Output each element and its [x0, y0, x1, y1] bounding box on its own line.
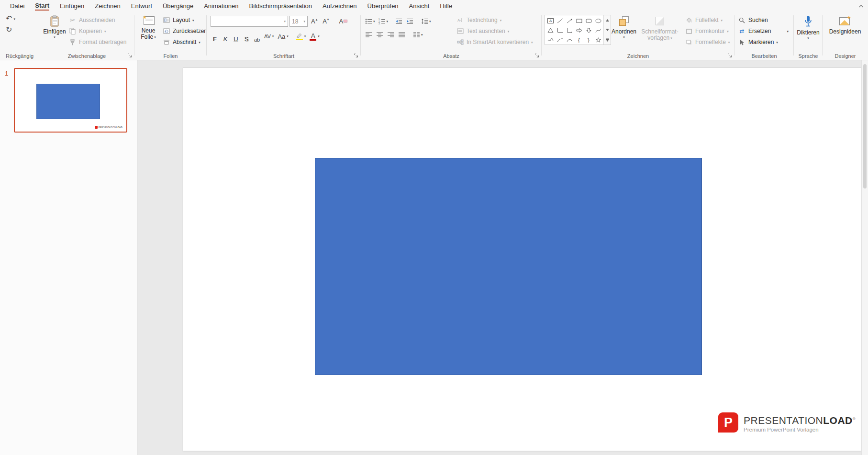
shape-textbox-icon[interactable]: A: [545, 16, 555, 25]
increase-indent-button[interactable]: [405, 16, 415, 26]
tab-zeichnen[interactable]: Zeichnen: [89, 0, 125, 12]
copy-button[interactable]: Kopieren ▾: [67, 26, 128, 36]
font-color-button[interactable]: A ▾: [308, 30, 322, 43]
scrollbar-thumb[interactable]: [863, 64, 867, 189]
columns-button[interactable]: ▾: [412, 30, 424, 39]
gallery-scroll-down-icon[interactable]: [604, 25, 611, 34]
drawing-dialog-launcher-icon[interactable]: [726, 52, 733, 58]
increase-font-size-button[interactable]: A ▴: [309, 16, 319, 27]
shape-elbow-arrow-connector-icon[interactable]: [565, 25, 574, 35]
gallery-more-icon[interactable]: [604, 35, 611, 44]
shape-rounded-rectangle-icon[interactable]: [584, 16, 593, 25]
presentationload-logo: P PRESENTATIONLOAD® Premium PowerPoint V…: [718, 412, 856, 433]
shape-oval-icon[interactable]: [593, 16, 603, 25]
format-painter-button[interactable]: Format übertragen: [67, 37, 128, 47]
text-shadow-button[interactable]: S: [241, 30, 252, 43]
font-size-input[interactable]: 18 ▾: [289, 16, 308, 27]
slide-1-thumbnail[interactable]: PRESENTATIONLOAD: [14, 68, 127, 133]
ribbon-collapse-icon[interactable]: [857, 2, 865, 11]
tab-datei[interactable]: Datei: [5, 0, 30, 12]
new-slide-button[interactable]: Neue Folie ▾: [137, 13, 159, 53]
shape-star-icon[interactable]: [593, 35, 603, 44]
clipboard-icon: [49, 15, 60, 27]
shape-arrow-icon[interactable]: [565, 16, 574, 25]
shape-fill-button[interactable]: Fülleffekt ▾: [683, 15, 731, 25]
vertical-scrollbar[interactable]: [861, 60, 868, 455]
shape-scribble-icon[interactable]: [545, 35, 555, 44]
shape-left-brace-icon[interactable]: {: [574, 35, 584, 44]
underline-button[interactable]: U: [231, 30, 241, 43]
strikethrough-button[interactable]: ab: [252, 30, 262, 43]
line-spacing-button[interactable]: ▾: [420, 16, 432, 26]
shape-triangle-icon[interactable]: [545, 25, 555, 35]
shape-rectangle-icon[interactable]: [574, 16, 584, 25]
align-center-button[interactable]: [375, 30, 385, 39]
dropdown-caret-icon: ▾: [192, 19, 194, 22]
replace-button[interactable]: ⇄ Ersetzen ▾: [736, 26, 790, 36]
bullets-button[interactable]: ▾: [364, 16, 376, 26]
redo-button[interactable]: ↻: [6, 26, 15, 33]
reset-button[interactable]: Zurücksetzen: [161, 26, 209, 36]
tab-animationen[interactable]: Animationen: [199, 0, 244, 12]
select-button[interactable]: Markieren ▾: [736, 37, 790, 47]
shape-block-arrow-right-icon[interactable]: [574, 25, 584, 35]
blue-rectangle-shape[interactable]: [315, 158, 702, 375]
undo-button[interactable]: ↶ ▾: [6, 15, 15, 22]
shape-curve-icon[interactable]: [565, 35, 574, 44]
clear-formatting-button[interactable]: A: [337, 16, 349, 27]
justify-button[interactable]: [397, 30, 407, 39]
shape-curved-connector-icon[interactable]: [593, 25, 603, 35]
character-spacing-button[interactable]: AV ▾: [262, 30, 276, 43]
shape-effects-button[interactable]: Formeffekte ▾: [683, 37, 731, 47]
clipboard-dialog-launcher-icon[interactable]: [126, 52, 133, 58]
columns-icon: [412, 31, 421, 38]
quick-styles-button[interactable]: Schnellformat- vorlagen ▾: [641, 13, 679, 53]
convert-to-smartart-button[interactable]: In SmartArt konvertieren ▾: [455, 37, 534, 47]
tab-ansicht[interactable]: Ansicht: [404, 0, 435, 12]
align-right-button[interactable]: [386, 30, 396, 39]
svg-text:}: }: [588, 37, 590, 43]
font-dialog-launcher-icon[interactable]: [353, 52, 359, 58]
cut-button[interactable]: ✂ Ausschneiden: [67, 15, 128, 25]
decrease-indent-button[interactable]: [394, 16, 404, 26]
tab-aufzeichnen[interactable]: Aufzeichnen: [317, 0, 362, 12]
tab-hilfe[interactable]: Hilfe: [434, 0, 457, 12]
bold-button[interactable]: F: [210, 30, 220, 43]
slide-editing-area[interactable]: P PRESENTATIONLOAD® Premium PowerPoint V…: [183, 67, 862, 451]
tab-ueberpruefen[interactable]: Überprüfen: [362, 0, 404, 12]
paragraph-dialog-launcher-icon[interactable]: [534, 52, 540, 58]
text-direction-button[interactable]: A Textrichtung ▾: [455, 15, 534, 25]
shape-gallery-scroll: [603, 15, 611, 44]
layout-button[interactable]: Layout ▾: [161, 15, 209, 25]
decrease-font-size-button[interactable]: A ▾: [321, 16, 331, 27]
arrange-button[interactable]: Anordnen ▾: [612, 13, 636, 53]
arrange-icon: [618, 15, 630, 27]
shape-arc-icon[interactable]: [555, 35, 565, 44]
section-button[interactable]: Abschnitt ▾: [161, 37, 209, 47]
change-case-button[interactable]: Aa ▾: [276, 30, 290, 43]
gallery-scroll-up-icon[interactable]: [604, 15, 611, 25]
find-button[interactable]: Suchen: [736, 15, 790, 25]
align-left-button[interactable]: [364, 30, 374, 39]
shape-outline-button[interactable]: Formkontur ▾: [683, 26, 731, 36]
group-paragraph: ▾ 1. 2. 3. ▾: [361, 12, 542, 60]
group-label-voice: Sprache: [794, 53, 823, 59]
tab-uebergaenge[interactable]: Übergänge: [157, 0, 199, 12]
shape-block-arrow-down-icon[interactable]: [584, 25, 593, 35]
highlight-color-button[interactable]: ▾: [294, 30, 308, 43]
design-ideas-button[interactable]: Designideen: [825, 13, 865, 53]
dictate-button[interactable]: Diktieren ▾: [796, 13, 820, 53]
tab-entwurf[interactable]: Entwurf: [126, 0, 157, 12]
shape-right-brace-icon[interactable]: }: [584, 35, 593, 44]
thumbnail-logo-badge-icon: [95, 126, 98, 129]
numbering-button[interactable]: 1. 2. 3. ▾: [377, 16, 389, 26]
font-name-combobox[interactable]: ▾: [211, 16, 288, 27]
tab-start[interactable]: Start: [30, 0, 55, 12]
shape-elbow-connector-icon[interactable]: [555, 25, 565, 35]
paste-button[interactable]: Einfügen ▾: [43, 13, 66, 53]
tab-bildschirmpraesentation[interactable]: Bildschirmpräsentation: [244, 0, 317, 12]
italic-button[interactable]: K: [220, 30, 231, 43]
align-text-button[interactable]: Text ausrichten ▾: [455, 26, 534, 36]
shape-line-icon[interactable]: [555, 16, 565, 25]
tab-einfuegen[interactable]: Einfügen: [55, 0, 89, 12]
